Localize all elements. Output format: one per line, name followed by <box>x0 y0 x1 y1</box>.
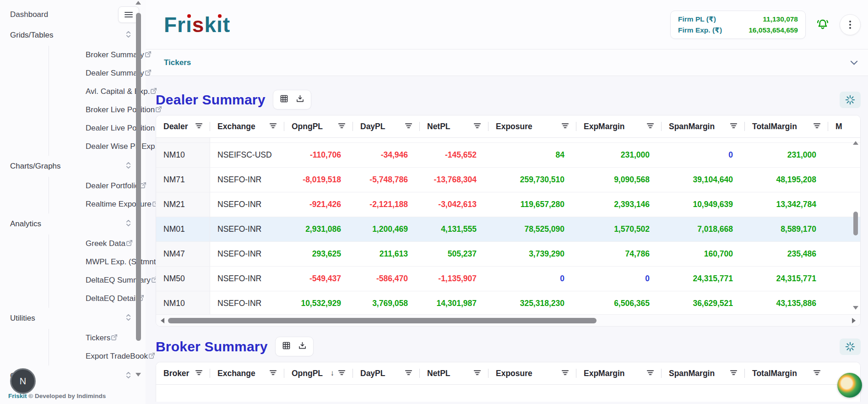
sidebar-scrollbar-thumb[interactable] <box>136 13 141 341</box>
sidebar-section-charts-graphs[interactable]: Charts/Graphs <box>10 156 132 177</box>
cell-value: -3,042,613 <box>420 192 488 217</box>
column-header-netpl[interactable]: NetPL <box>420 362 488 384</box>
broker-collapse-button[interactable] <box>840 338 861 355</box>
avatar[interactable]: N <box>10 368 36 394</box>
sidebar-item-deltaeq-detail[interactable]: DeltaEQ Detail <box>49 289 132 308</box>
unfold-icon[interactable] <box>125 161 132 172</box>
filter-icon[interactable] <box>473 122 481 131</box>
grid-view-icon[interactable] <box>282 341 291 352</box>
sidebar-section-grids-tables[interactable]: Grids/Tables <box>10 25 132 46</box>
scroll-left-arrow-icon[interactable] <box>161 318 164 323</box>
unfold-icon[interactable] <box>125 30 132 41</box>
sidebar-item-dealer-live-position[interactable]: Dealer Live Position <box>49 119 132 137</box>
sidebar-item-broker-summary[interactable]: Broker Summary <box>49 46 132 64</box>
column-header-m[interactable]: M <box>828 115 860 137</box>
column-header-broker[interactable]: Broker <box>156 362 210 384</box>
column-header-exposure[interactable]: Exposure <box>488 115 576 137</box>
filter-icon[interactable] <box>405 122 412 131</box>
dealer-table-tools[interactable] <box>273 90 311 109</box>
filter-icon[interactable] <box>730 122 738 131</box>
dealer-horizontal-scrollbar[interactable] <box>156 314 860 326</box>
column-header-daypl[interactable]: DayPL <box>353 362 420 384</box>
sidebar-item-dealer-wise-pl-exp[interactable]: Dealer Wise PL Exp. <box>49 137 132 156</box>
scroll-down-arrow-icon[interactable] <box>136 373 141 377</box>
filter-icon[interactable] <box>561 122 569 131</box>
table-row[interactable]: NM50NSEFO-INR-549,437-586,470-1,135,9070… <box>156 267 860 291</box>
sidebar-scrollbar[interactable] <box>136 0 141 404</box>
sidebar-item-dealer-summary[interactable]: Dealer Summary <box>49 64 132 82</box>
sidebar-section-utilities[interactable]: Utilities <box>10 308 132 329</box>
unfold-icon[interactable] <box>125 313 132 324</box>
column-header-spanmargin[interactable]: SpanMargin <box>662 115 745 137</box>
more-options-button[interactable] <box>840 14 861 35</box>
scroll-right-arrow-icon[interactable] <box>852 318 856 323</box>
column-header-spanmargin[interactable]: SpanMargin <box>662 362 745 384</box>
filter-icon[interactable] <box>405 369 412 378</box>
scroll-down-arrow-icon[interactable] <box>853 306 858 310</box>
filter-icon[interactable] <box>338 122 346 131</box>
column-header-exposure[interactable]: Exposure <box>488 362 576 384</box>
horizontal-scrollbar-thumb[interactable] <box>168 318 597 323</box>
filter-icon[interactable] <box>473 369 481 378</box>
filter-icon[interactable] <box>813 369 821 378</box>
dealer-collapse-button[interactable] <box>840 92 861 108</box>
table-row[interactable]: NM10NSEIFSC-USD-110,706-34,946-145,65284… <box>156 143 860 168</box>
external-link-icon[interactable] <box>144 50 152 60</box>
column-header-netpl[interactable]: NetPL <box>420 115 488 137</box>
download-icon[interactable] <box>295 94 305 105</box>
filter-icon[interactable] <box>195 122 203 131</box>
download-icon[interactable] <box>298 341 307 352</box>
column-header-totalmargin[interactable]: TotalMargin <box>745 362 828 384</box>
notification-bell-icon[interactable] <box>816 18 830 32</box>
column-header-exchange[interactable]: Exchange <box>210 362 284 384</box>
sidebar-item-mwpl-exp-sntmntl[interactable]: MWPL Exp. (Sntmntl) <box>49 253 132 271</box>
table-row[interactable]: NM15NSEFO-INR4,055,3664,366,02110,954,75… <box>156 138 860 143</box>
column-header-totalmargin[interactable]: TotalMargin <box>745 115 828 137</box>
filter-icon[interactable] <box>338 369 346 378</box>
sidebar-item-deltaeq-summary[interactable]: DeltaEQ Summary <box>49 271 132 289</box>
filter-icon[interactable] <box>813 122 821 131</box>
external-link-icon[interactable] <box>110 333 118 343</box>
column-header-exchange[interactable]: Exchange <box>210 115 284 137</box>
indiminds-logo[interactable] <box>837 373 862 398</box>
column-header-opngpl[interactable]: OpngPL↓ <box>284 362 353 384</box>
grid-view-icon[interactable] <box>279 94 289 105</box>
table-row[interactable]: NM21NSEFO-INR-921,426-2,121,188-3,042,61… <box>156 192 860 217</box>
external-link-icon[interactable] <box>125 239 133 249</box>
unfold-icon[interactable] <box>125 219 132 229</box>
sidebar-item-tickers[interactable]: Tickers <box>49 329 132 347</box>
table-row[interactable]: NM47NSEFO-INR293,625211,613505,2373,739,… <box>156 242 860 267</box>
sidebar-item-dealer-portfolio[interactable]: Dealer Portfolio <box>49 177 132 195</box>
dealer-vertical-scrollbar[interactable] <box>852 139 859 311</box>
sidebar-item-export-tradebook[interactable]: Export TradeBook <box>49 347 132 366</box>
table-row[interactable]: NM01NSEFO-INR2,931,0861,200,4694,131,555… <box>156 217 860 242</box>
sidebar-item-realtime-exposure[interactable]: Realtime Exposure <box>49 195 132 213</box>
sidebar-item-broker-live-position[interactable]: Broker Live Position <box>49 101 132 119</box>
filter-icon[interactable] <box>646 369 654 378</box>
sidebar-item-avl-capital-exp[interactable]: Avl. Capital & Exp. <box>49 82 132 101</box>
column-header-dealer[interactable]: Dealer <box>156 115 210 137</box>
table-row[interactable]: NM71NSEFO-INR-8,019,518-5,748,786-13,768… <box>156 168 860 192</box>
filter-icon[interactable] <box>646 122 654 131</box>
column-header-expmargin[interactable]: ExpMargin <box>576 362 662 384</box>
vertical-scrollbar-thumb[interactable] <box>853 212 858 235</box>
column-header-daypl[interactable]: DayPL <box>353 115 420 137</box>
sidebar-item-dashboard[interactable]: Dashboard <box>10 10 48 19</box>
broker-table-tools[interactable] <box>275 337 314 356</box>
column-header-opngpl[interactable]: OpngPL <box>284 115 353 137</box>
filter-icon[interactable] <box>730 369 738 378</box>
chevron-down-icon[interactable] <box>850 60 858 66</box>
sidebar-item-greek-data[interactable]: Greek Data <box>49 235 132 253</box>
filter-icon[interactable] <box>269 122 277 131</box>
filter-icon[interactable] <box>195 369 203 378</box>
filter-icon[interactable] <box>269 369 277 378</box>
scroll-up-arrow-icon[interactable] <box>136 1 141 5</box>
sidebar-section-analytics[interactable]: Analytics <box>10 213 132 235</box>
tickers-panel[interactable]: Tickers <box>146 49 868 76</box>
sort-desc-icon[interactable]: ↓ <box>331 369 335 378</box>
filter-icon[interactable] <box>561 369 569 378</box>
table-row[interactable]: NM10NSEFO-INR10,532,9293,769,05814,301,9… <box>156 291 860 315</box>
column-header-expmargin[interactable]: ExpMargin <box>576 115 662 137</box>
scroll-up-arrow-icon[interactable] <box>853 141 858 145</box>
unfold-icon[interactable] <box>125 371 132 382</box>
